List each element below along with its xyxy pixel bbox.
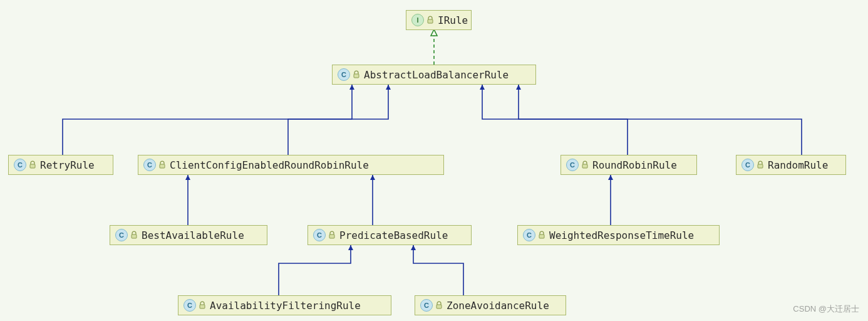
node-label: AbstractLoadBalancerRule [364,69,509,81]
watermark: CSDN @大迁居士 [793,303,859,315]
node-label: PredicateBasedRule [339,229,448,241]
class-icon: C [420,299,433,312]
node-predicatebasedrule: C PredicateBasedRule [307,225,472,245]
lock-icon [757,160,764,169]
svg-rect-2 [354,74,359,78]
class-icon: C [741,159,754,171]
lock-icon [158,160,166,169]
svg-rect-9 [539,234,544,238]
lock-icon [328,231,336,239]
svg-rect-3 [30,164,35,168]
node-label: BestAvailableRule [142,229,244,241]
interface-icon: I [411,14,424,26]
lock-icon [538,231,545,239]
node-label: RoundRobinRule [592,159,677,171]
node-label: AvailabilityFilteringRule [210,300,361,312]
svg-rect-7 [132,234,137,238]
svg-rect-1 [428,19,433,23]
class-icon: C [14,159,26,171]
node-clientconfigenabledroundrobinrule: C ClientConfigEnabledRoundRobinRule [138,155,444,175]
class-icon: C [115,229,128,241]
svg-rect-5 [582,164,587,168]
node-irule: I IRule [406,10,472,30]
lock-icon [426,16,434,24]
node-bestavailablerule: C BestAvailableRule [110,225,267,245]
svg-rect-6 [758,164,763,168]
svg-rect-4 [160,164,165,168]
svg-rect-8 [329,234,334,238]
class-icon: C [523,229,535,241]
node-weightedresponsetimerule: C WeightedResponseTimeRule [517,225,720,245]
node-abstractloadbalancerrule: C AbstractLoadBalancerRule [332,65,536,85]
class-icon: C [313,229,326,241]
class-icon: C [183,299,196,312]
node-roundrobinrule: C RoundRobinRule [561,155,697,175]
svg-rect-11 [437,305,442,308]
node-label: RandomRule [768,159,828,171]
lock-icon [199,301,206,310]
node-randomrule: C RandomRule [736,155,846,175]
lock-icon [435,301,443,310]
lock-icon [581,160,589,169]
node-availabilityfilteringrule: C AvailabilityFilteringRule [178,295,391,315]
class-icon: C [338,68,350,81]
node-retryrule: C RetryRule [8,155,113,175]
node-label: RetryRule [40,159,95,171]
svg-rect-10 [200,305,205,308]
lock-icon [29,160,36,169]
node-label: ZoneAvoidanceRule [447,300,549,312]
class-icon: C [143,159,156,171]
node-label: IRule [438,14,468,26]
class-icon: C [566,159,579,171]
lock-icon [353,70,360,79]
node-label: ClientConfigEnabledRoundRobinRule [170,159,369,171]
node-zoneavoidancerule: C ZoneAvoidanceRule [415,295,566,315]
node-label: WeightedResponseTimeRule [549,229,694,241]
lock-icon [130,231,138,239]
